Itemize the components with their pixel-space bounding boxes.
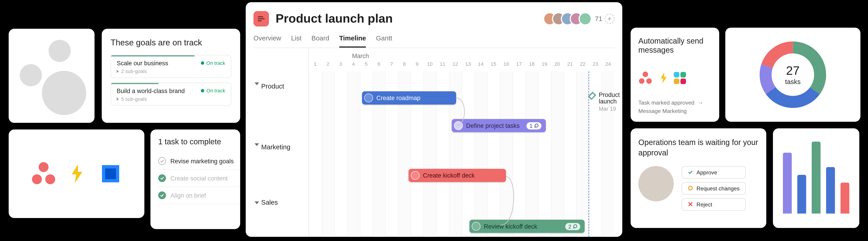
task-label: Create roadmap [376, 94, 421, 101]
milestone-date: Mar 19 [599, 105, 622, 111]
check-icon[interactable] [158, 191, 166, 199]
automation-card: Automatically send messages Task marked … [631, 28, 719, 122]
section-sales[interactable]: Sales [253, 194, 308, 211]
goal-subcount: 2 sub-goals [117, 68, 225, 74]
assignee-avatar [454, 121, 463, 130]
milestone-title: Product launch [599, 91, 622, 105]
goals-title: These goals are on track [111, 37, 231, 47]
section-product[interactable]: Product [253, 78, 308, 139]
task-bar-define-project-tasks[interactable]: Define project tasks 1 [452, 119, 546, 132]
tasks-card: 1 task to complete Revise marketing goal… [151, 130, 240, 229]
automation-bolt-icon [659, 72, 668, 83]
tab-gantt[interactable]: Gantt [376, 34, 392, 47]
bar [826, 167, 835, 213]
approval-title: Operations team is waiting for your appr… [638, 137, 758, 158]
goal-progress [111, 55, 195, 56]
bar-chart-card [773, 128, 859, 228]
task-label: Align on brief [170, 192, 206, 199]
goal-status: On track [201, 88, 225, 94]
reject-button[interactable]: Reject [682, 198, 746, 210]
add-member-button[interactable]: + [604, 14, 615, 24]
avatar [42, 71, 86, 115]
people-card [8, 29, 94, 123]
goals-card: These goals are on track Scale our busin… [102, 29, 240, 123]
check-icon[interactable] [158, 157, 166, 165]
goal-progress [111, 83, 159, 84]
avatar [579, 12, 592, 25]
jira-icon [93, 156, 127, 191]
comment-badge: 1 [527, 122, 541, 129]
donut-center-label: 27 tasks [757, 39, 829, 111]
asana-icon [638, 71, 647, 85]
bar [812, 142, 820, 214]
project-timeline-card: Product launch plan 71 + Overview List B… [246, 2, 622, 237]
svg-rect-1 [258, 18, 265, 19]
section-marketing[interactable]: Marketing [253, 139, 308, 194]
assignee-avatar [364, 93, 373, 102]
task-label: Create kickoff deck [423, 172, 475, 178]
avatar [49, 40, 71, 62]
arrow-right-icon: → [698, 99, 704, 105]
avatar [638, 166, 674, 201]
comment-badge: 2 [565, 223, 580, 230]
svg-rect-2 [258, 20, 261, 21]
approve-button[interactable]: Approve [682, 166, 746, 178]
donut-chart-card: 27 tasks [725, 28, 861, 122]
task-label: Review kickoff deck [484, 223, 537, 230]
task-row[interactable]: Align on brief [158, 187, 240, 204]
timeline-grid [309, 71, 614, 237]
svg-marker-4 [660, 72, 667, 83]
tab-board[interactable]: Board [311, 34, 329, 47]
assignee-avatar [411, 171, 420, 179]
tab-overview[interactable]: Overview [253, 34, 281, 47]
automation-title: Automatically send messages [638, 36, 711, 54]
timeline-month: March [352, 53, 369, 59]
task-bar-create-roadmap[interactable]: Create roadmap [362, 91, 456, 105]
bar [840, 182, 849, 213]
project-icon [253, 11, 269, 27]
tab-list[interactable]: List [291, 34, 302, 47]
milestone-product-launch[interactable]: Product launch Mar 19 [590, 91, 622, 112]
member-count: 71 [595, 15, 602, 23]
task-bar-review-kickoff-deck[interactable]: Review kickoff deck 2 [469, 219, 585, 233]
task-row[interactable]: Revise marketing goals [158, 153, 240, 170]
goal-item[interactable]: Build a world-class brand On track 5 sub… [111, 82, 231, 105]
task-label: Revise marketing goals [170, 158, 234, 164]
task-label: Create social content [170, 175, 228, 181]
svg-rect-0 [258, 16, 263, 17]
tasks-title: 1 task to complete [158, 137, 240, 146]
assignee-avatar [472, 222, 480, 231]
timeline-sections: Product Marketing Sales [253, 48, 309, 237]
task-row[interactable]: Create social content [158, 170, 240, 187]
approval-card: Operations team is waiting for your appr… [631, 128, 766, 228]
timeline: Product Marketing Sales March 1234567891… [253, 48, 614, 237]
request-changes-button[interactable]: Request changes [682, 182, 746, 195]
bar [797, 175, 806, 214]
avatar [20, 64, 42, 86]
task-bar-create-kickoff-deck[interactable]: Create kickoff deck [408, 169, 506, 182]
automation-bolt-icon [69, 164, 85, 183]
goal-item[interactable]: Scale our business On track 2 sub-goals [111, 55, 231, 78]
task-label: Define project tasks [466, 122, 520, 129]
integration-card [8, 130, 144, 218]
goal-status: On track [201, 60, 225, 66]
view-tabs: Overview List Board Timeline Gantt [253, 34, 614, 48]
tab-timeline[interactable]: Timeline [339, 34, 366, 47]
check-icon[interactable] [158, 174, 166, 182]
automation-rule: Task marked approved→ Message Marketing [638, 99, 711, 115]
asana-icon [31, 161, 56, 186]
goal-subcount: 5 sub-goals [117, 96, 225, 102]
slack-icon [674, 72, 686, 84]
bar [783, 153, 792, 214]
project-title: Product launch plan [276, 11, 536, 26]
svg-marker-3 [71, 164, 82, 183]
timeline-days: 123456789101112131415161718192021222324 [309, 61, 614, 70]
project-members[interactable]: 71 + [543, 12, 615, 25]
